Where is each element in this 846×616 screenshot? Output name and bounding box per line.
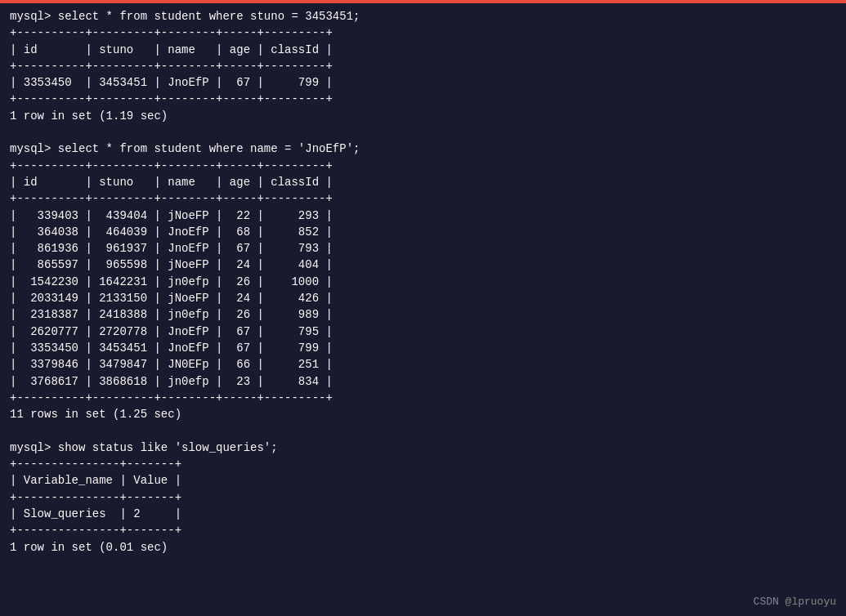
terminal-output: mysql> select * from student where stuno… [10,8,836,556]
terminal-window: mysql> select * from student where stuno… [0,0,846,616]
watermark: CSDN @lpruoyu [754,596,836,608]
top-accent-bar [0,0,846,3]
